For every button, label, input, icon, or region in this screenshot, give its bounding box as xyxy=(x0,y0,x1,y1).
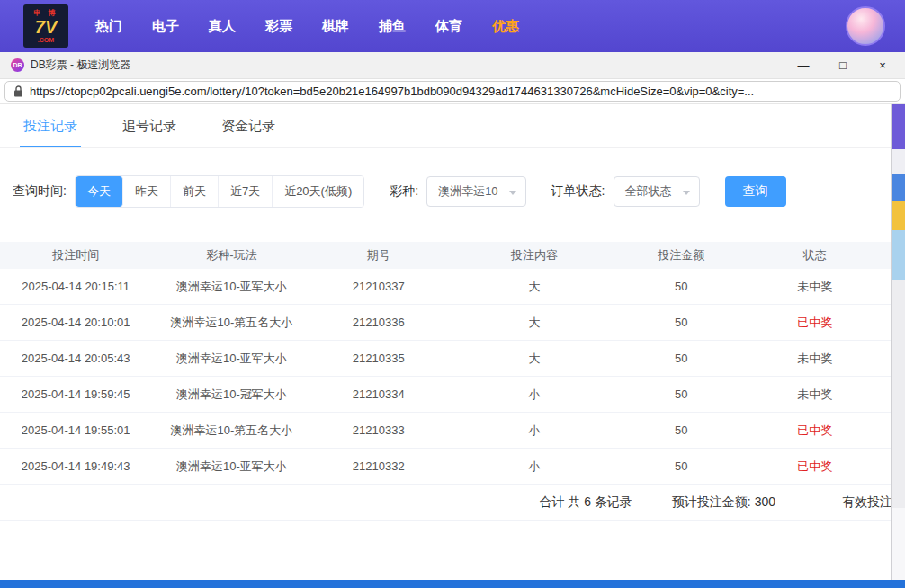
summary-total: 合计 共 6 条记录 xyxy=(539,494,632,511)
minimize-button[interactable]: — xyxy=(795,58,811,72)
site-nav: 申 博 7V .COM 热门电子真人彩票棋牌捕鱼体育优惠 xyxy=(0,0,905,52)
chevron-down-icon xyxy=(683,191,690,195)
time-option[interactable]: 昨天 xyxy=(123,176,171,207)
issue-number: 21210332 xyxy=(311,459,445,473)
edge-strip-segment xyxy=(892,201,905,230)
query-button[interactable]: 查询 xyxy=(725,176,786,207)
logo-text-suffix: .COM xyxy=(38,37,54,43)
bet-amount: 50 xyxy=(623,388,739,401)
nav-item[interactable]: 热门 xyxy=(95,18,122,35)
url-box[interactable]: https://ctopcp02pcali.uengi5e.com/lotter… xyxy=(4,81,901,102)
order-status-select[interactable]: 全部状态 xyxy=(614,176,700,207)
bet-content: 小 xyxy=(445,387,623,403)
nav-item[interactable]: 捕鱼 xyxy=(379,18,406,35)
site-nav-menu: 热门电子真人彩票棋牌捕鱼体育优惠 xyxy=(95,18,549,35)
bet-amount: 50 xyxy=(623,352,739,365)
bet-time: 2025-04-14 20:10:01 xyxy=(0,316,151,329)
column-header: 彩种-玩法 xyxy=(151,247,311,263)
close-button[interactable]: × xyxy=(874,58,891,72)
bottom-page-strip xyxy=(0,580,905,588)
bet-status: 已中奖 xyxy=(739,423,891,439)
window-title: DB彩票 - 极速浏览器 xyxy=(31,58,130,73)
bet-content: 大 xyxy=(445,279,623,295)
nav-item[interactable]: 电子 xyxy=(152,18,179,35)
bet-status: 已中奖 xyxy=(739,459,891,475)
table-row: 2025-04-14 20:05:43澳洲幸运10-亚军大小21210335大5… xyxy=(0,341,891,377)
edge-strip-segment xyxy=(892,508,905,580)
nav-item[interactable]: 彩票 xyxy=(265,18,292,35)
bet-amount: 50 xyxy=(623,316,739,329)
bet-content: 大 xyxy=(445,315,623,331)
nav-item[interactable]: 棋牌 xyxy=(322,18,349,35)
logo-text-top: 申 博 xyxy=(33,10,58,17)
bet-amount: 50 xyxy=(623,280,739,293)
time-option[interactable]: 前天 xyxy=(171,176,219,207)
tab-bet-records[interactable]: 投注记录 xyxy=(20,104,81,147)
column-header: 投注内容 xyxy=(445,247,623,263)
time-option[interactable]: 今天 xyxy=(76,176,123,207)
site-logo[interactable]: 申 博 7V .COM xyxy=(23,4,68,48)
bet-content: 小 xyxy=(445,423,623,439)
bet-time: 2025-04-14 20:05:43 xyxy=(0,352,151,365)
column-header: 投注时间 xyxy=(0,247,151,263)
time-option[interactable]: 近7天 xyxy=(219,176,273,207)
nav-item[interactable]: 体育 xyxy=(435,18,462,35)
time-filter-label: 查询时间: xyxy=(13,183,67,200)
bet-time: 2025-04-14 19:49:43 xyxy=(0,459,151,473)
time-filter-group: 今天昨天前天近7天近20天(低频) xyxy=(75,175,364,208)
issue-number: 21210336 xyxy=(311,316,445,329)
issue-number: 21210335 xyxy=(311,352,445,365)
issue-number: 21210333 xyxy=(311,423,445,437)
bet-amount: 50 xyxy=(623,459,739,473)
nav-item[interactable]: 真人 xyxy=(209,18,236,35)
table-row: 2025-04-14 19:59:45澳洲幸运10-冠军大小21210334小5… xyxy=(0,377,891,413)
lock-icon xyxy=(13,85,23,97)
summary-expected-amount: 预计投注金额: 300 xyxy=(672,494,775,511)
column-header: 投注金额 xyxy=(623,247,739,263)
order-status-label: 订单状态: xyxy=(551,183,605,200)
issue-number: 21210334 xyxy=(311,388,445,401)
order-status-value: 全部状态 xyxy=(625,183,672,200)
user-avatar[interactable] xyxy=(846,6,885,46)
window-controls: — □ × xyxy=(795,58,894,72)
maximize-button[interactable]: □ xyxy=(835,58,851,72)
lottery-filter-label: 彩种: xyxy=(390,183,418,200)
tab-fund-records[interactable]: 资金记录 xyxy=(218,104,279,147)
game-play: 澳洲幸运10-亚军大小 xyxy=(151,459,311,475)
table-row: 2025-04-14 19:55:01澳洲幸运10-第五名大小21210333小… xyxy=(0,413,891,449)
browser-tab-icon: DB xyxy=(11,58,24,72)
bet-status: 未中奖 xyxy=(739,279,891,295)
lottery-select-value: 澳洲幸运10 xyxy=(438,183,497,200)
lottery-select[interactable]: 澳洲幸运10 xyxy=(426,176,525,207)
bet-time: 2025-04-14 19:55:01 xyxy=(0,423,151,437)
bet-content: 大 xyxy=(445,351,623,367)
edge-strip-segment xyxy=(892,174,905,201)
issue-number: 21210337 xyxy=(311,280,445,293)
game-play: 澳洲幸运10-第五名大小 xyxy=(151,423,311,439)
browser-addressbar: https://ctopcp02pcali.uengi5e.com/lotter… xyxy=(0,79,905,104)
filter-bar: 查询时间: 今天昨天前天近7天近20天(低频) 彩种: 澳洲幸运10 订单状态:… xyxy=(13,175,891,208)
game-play: 澳洲幸运10-亚军大小 xyxy=(151,279,311,295)
edge-strip-segment xyxy=(892,230,905,280)
bet-time: 2025-04-14 20:15:11 xyxy=(0,280,151,293)
column-header: 状态 xyxy=(739,247,891,263)
tab-chase-records[interactable]: 追号记录 xyxy=(119,104,180,147)
summary-row: 合计 共 6 条记录 预计投注金额: 300 有效投注金额 xyxy=(0,485,891,521)
game-play: 澳洲幸运10-冠军大小 xyxy=(151,387,311,403)
nav-item[interactable]: 优惠 xyxy=(492,18,519,35)
bet-amount: 50 xyxy=(623,423,739,437)
summary-valid-amount: 有效投注金额 xyxy=(842,494,891,511)
game-play: 澳洲幸运10-第五名大小 xyxy=(151,315,311,331)
table-row: 2025-04-14 20:15:11澳洲幸运10-亚军大小21210337大5… xyxy=(0,269,891,305)
chevron-down-icon xyxy=(509,191,516,195)
time-option[interactable]: 近20天(低频) xyxy=(273,176,363,207)
tab-bar: 投注记录 追号记录 资金记录 xyxy=(0,104,891,148)
table-header-row: 投注时间彩种-玩法期号投注内容投注金额状态 xyxy=(0,242,891,269)
bet-time: 2025-04-14 19:59:45 xyxy=(0,388,151,401)
edge-strip-segment xyxy=(892,280,905,508)
bet-content: 小 xyxy=(445,459,623,475)
bet-status: 未中奖 xyxy=(739,351,891,367)
game-play: 澳洲幸运10-亚军大小 xyxy=(151,351,311,367)
bet-status: 已中奖 xyxy=(739,315,891,331)
bet-status: 未中奖 xyxy=(739,387,891,403)
